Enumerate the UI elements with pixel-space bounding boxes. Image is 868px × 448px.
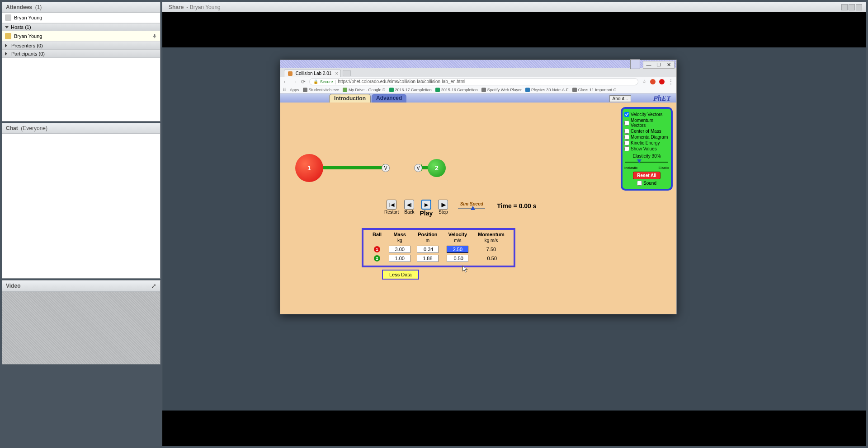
velocity-2-input[interactable] — [447, 255, 468, 262]
position-2-input[interactable] — [417, 255, 439, 262]
chat-body[interactable] — [2, 134, 160, 278]
tab-advanced[interactable]: Advanced — [372, 94, 406, 103]
back-button[interactable]: ◀| Back — [404, 200, 414, 215]
forward-icon[interactable]: → — [292, 79, 297, 85]
bookmark-item[interactable]: StudentsAchieve — [303, 88, 340, 92]
sim-area[interactable]: 1 2 V V |◀ Restart ◀| Back ▶ P — [280, 103, 676, 314]
vector-handle-1[interactable]: V — [382, 164, 390, 172]
back-icon[interactable]: ← — [283, 79, 288, 85]
attendees-header: Attendees (1) — [2, 2, 160, 13]
lock-icon: 🔒 — [313, 79, 318, 84]
svg-rect-0 — [154, 34, 156, 37]
phet-logo: PhET — [653, 94, 671, 103]
expand-icon[interactable]: ⤢ — [151, 282, 156, 289]
step-icon: |▶ — [438, 200, 448, 210]
vector-handle-2[interactable]: V — [414, 164, 422, 172]
mic-icon — [152, 33, 157, 39]
table-row: 1 7.50 — [367, 245, 510, 254]
col-ball: Ball — [367, 232, 387, 237]
close-icon[interactable]: ✕ — [666, 62, 671, 68]
tab-introduction[interactable]: Introduction — [329, 94, 371, 103]
maximize-icon[interactable]: ☐ — [656, 62, 661, 68]
presenters-label: Presenters (0) — [11, 43, 43, 48]
sim-toolbar: Introduction Advanced About... PhET — [280, 93, 676, 103]
col-momentum: Momentum — [472, 232, 510, 237]
window-titlebar[interactable]: — ☐ ✕ — [280, 60, 676, 68]
ball-1-badge: 1 — [374, 246, 380, 252]
momentum-1-value: 7.50 — [472, 245, 510, 254]
kinetic-energy-checkbox[interactable] — [624, 140, 629, 145]
position-1-input[interactable] — [417, 246, 439, 253]
bookmark-item[interactable]: My Drive - Google D — [343, 88, 386, 92]
chevron-down-icon — [5, 26, 9, 28]
new-tab-button[interactable] — [343, 70, 351, 76]
show-values-checkbox[interactable] — [624, 146, 629, 151]
presenters-group[interactable]: Presenters (0) — [2, 42, 160, 50]
col-mass: Mass — [387, 232, 412, 237]
mass-1-input[interactable] — [389, 246, 410, 253]
play-button[interactable]: ▶ Play — [420, 200, 433, 217]
ext-icon[interactable] — [650, 79, 656, 84]
chevron-right-icon — [5, 52, 9, 56]
host-name: Bryan Young — [14, 33, 42, 39]
col-position: Position — [412, 232, 443, 237]
layout-icon-1[interactable] — [841, 4, 848, 10]
bookmark-item[interactable]: 2016-17 Completion — [389, 88, 432, 92]
tab-favicon-icon — [288, 71, 292, 76]
data-table: Ball Mass Position Velocity Momentum kg … — [362, 228, 515, 267]
bookmark-star-icon[interactable]: ☆ — [642, 79, 646, 84]
secure-label: Secure — [320, 79, 333, 84]
layout-icon-2[interactable] — [849, 4, 855, 10]
tab-close-icon[interactable]: ✕ — [335, 71, 339, 76]
ball-2[interactable]: 2 — [428, 159, 446, 177]
bookmark-item[interactable]: Physics 30 Note-A-F — [525, 88, 569, 92]
fullscreen-icon[interactable] — [856, 4, 862, 10]
participants-group[interactable]: Participants (0) — [2, 50, 160, 58]
ball-2-badge: 2 — [374, 255, 380, 261]
momenta-diagram-checkbox[interactable] — [624, 135, 629, 140]
momentum-vectors-checkbox[interactable] — [624, 121, 629, 126]
attendees-panel: Attendees (1) Bryan Young Hosts (1) Brya… — [2, 2, 160, 121]
restart-button[interactable]: |◀ Restart — [384, 200, 399, 215]
reset-all-button[interactable]: Reset All — [633, 172, 660, 179]
sim-speed-slider[interactable]: Sim Speed — [458, 201, 485, 209]
menu-icon[interactable]: ⋮ — [668, 79, 674, 85]
sound-checkbox[interactable] — [637, 181, 642, 186]
hosts-group[interactable]: Hosts (1) — [2, 23, 160, 31]
options-panel: Velocity Vectors Momentum Vectors Center… — [621, 107, 673, 191]
velocity-vector-2[interactable] — [421, 166, 428, 169]
bookmark-item[interactable]: 2015-16 Completion — [435, 88, 478, 92]
elasticity-label: Elasticity 30% — [624, 154, 669, 159]
host-row[interactable]: Bryan Young — [2, 31, 160, 42]
minimize-icon[interactable]: — — [646, 62, 651, 68]
mass-2-input[interactable] — [389, 255, 410, 262]
bookmark-item[interactable]: Apps — [290, 88, 299, 92]
ball-1[interactable]: 1 — [295, 154, 323, 182]
bookmark-item[interactable]: Spotify Web Player — [481, 88, 522, 92]
share-panel: Share - Bryan Young — ☐ ✕ Coll — [162, 2, 866, 446]
apps-icon[interactable]: ⠿ — [283, 88, 286, 92]
elasticity-slider[interactable] — [625, 159, 668, 165]
attendee-self[interactable]: Bryan Young — [2, 13, 160, 23]
chevron-right-icon — [5, 44, 9, 47]
app-icon — [630, 59, 640, 69]
col-velocity: Velocity — [443, 232, 473, 237]
velocity-vectors-checkbox[interactable] — [624, 112, 629, 117]
browser-tab[interactable]: Collision Lab 2.01 ✕ — [284, 70, 341, 77]
chat-panel: Chat (Everyone) — [2, 123, 160, 279]
profile-icon[interactable] — [659, 79, 665, 84]
about-button[interactable]: About... — [609, 95, 631, 102]
video-panel: Video ⤢ — [2, 280, 160, 364]
host-icon — [5, 33, 11, 39]
center-of-mass-checkbox[interactable] — [624, 129, 629, 134]
url-input[interactable]: 🔒 Secure | https://phet.colorado.edu/sim… — [309, 78, 638, 85]
step-button[interactable]: |▶ Step — [438, 200, 448, 215]
reload-icon[interactable]: ⟳ — [301, 79, 306, 85]
participants-label: Participants (0) — [11, 51, 45, 56]
velocity-1-input[interactable] — [447, 246, 468, 253]
bookmark-item[interactable]: Class 11 Important C — [572, 88, 617, 92]
less-data-button[interactable]: Less Data — [382, 270, 419, 280]
time-label: Time = 0.00 s — [497, 202, 536, 210]
video-body — [2, 292, 160, 364]
slider-thumb[interactable] — [471, 206, 475, 210]
